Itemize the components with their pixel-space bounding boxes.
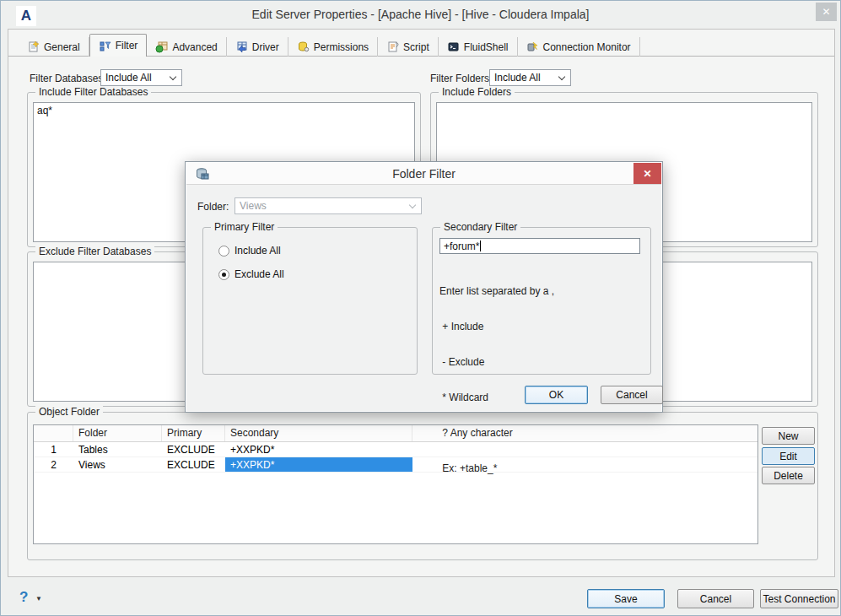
tab-general[interactable]: General	[19, 37, 89, 57]
connection-monitor-icon	[526, 41, 539, 53]
driver-icon	[235, 41, 248, 53]
header-folder: Folder	[73, 425, 162, 441]
tab-label: Connection Monitor	[543, 41, 631, 53]
cell-secondary[interactable]: +XXPKD*	[225, 442, 412, 457]
cell-row-number: 1	[34, 442, 73, 457]
new-button[interactable]: New	[762, 427, 815, 445]
folder-combobox[interactable]: Views	[235, 197, 422, 214]
table-row[interactable]: 1 Tables EXCLUDE +XXPKD*	[34, 442, 757, 457]
primary-filter-group: Primary Filter Include All Exclude All	[202, 227, 418, 375]
text-cursor	[480, 240, 481, 251]
table-header-row: Folder Primary Secondary	[34, 425, 757, 442]
radio-label: Include All	[235, 245, 281, 257]
test-connection-button[interactable]: Test Connection	[760, 589, 838, 608]
tabstrip: General Filter Advanced Driver Permissio…	[19, 34, 640, 57]
folder-filter-dialog: Folder Filter ✕ Folder: Views Primary Fi…	[185, 161, 663, 413]
header-primary: Primary	[162, 425, 225, 441]
dialog-titlebar: Folder Filter ✕	[186, 163, 661, 185]
group-label: Exclude Filter Databases	[35, 246, 154, 257]
group-label: Object Folder	[35, 406, 103, 418]
help-line: + Include	[439, 321, 554, 332]
chevron-down-icon	[170, 73, 176, 79]
radio-label: Exclude All	[235, 268, 284, 280]
header-row-number	[34, 425, 73, 441]
help-line: Ex: +table_*	[439, 462, 554, 474]
tab-advanced[interactable]: Advanced	[147, 37, 226, 57]
radio-unchecked-icon[interactable]	[218, 246, 229, 257]
tab-filter[interactable]: Filter	[89, 34, 148, 57]
tab-label: Advanced	[172, 41, 217, 53]
cell-primary[interactable]: EXCLUDE	[162, 457, 225, 472]
tab-script[interactable]: Script	[378, 37, 439, 57]
ok-button[interactable]: OK	[525, 386, 588, 404]
folder-label: Folder:	[197, 201, 229, 213]
edit-server-properties-window: A Edit Server Properties - [Apache Hive]…	[0, 0, 841, 616]
object-folder-group: Object Folder Folder Primary Secondary 1…	[27, 412, 818, 560]
object-folder-table[interactable]: Folder Primary Secondary 1 Tables EXCLUD…	[33, 424, 758, 544]
permissions-icon	[297, 41, 310, 53]
filter-icon	[99, 40, 111, 52]
delete-button[interactable]: Delete	[762, 467, 815, 484]
window-titlebar: A Edit Server Properties - [Apache Hive]…	[1, 1, 840, 28]
exclude-all-radio-row[interactable]: Exclude All	[218, 268, 284, 280]
help-line: - Exclude	[439, 356, 554, 368]
tab-connection-monitor[interactable]: Connection Monitor	[518, 37, 640, 57]
help-button[interactable]: ?	[19, 589, 28, 606]
tab-label: Script	[403, 41, 429, 53]
group-label: Primary Filter	[211, 221, 278, 233]
filter-databases-value: Include All	[105, 72, 152, 84]
folder-value: Views	[240, 200, 267, 212]
app-logo-icon: A	[16, 6, 36, 26]
filter-folders-label: Filter Folders:	[430, 73, 492, 84]
chevron-down-icon	[558, 73, 565, 79]
tab-label: Filter	[116, 40, 138, 51]
help-caret-icon[interactable]: ▼	[35, 595, 42, 602]
group-label: Secondary Filter	[440, 221, 520, 233]
filter-folders-combobox[interactable]: Include All	[489, 69, 571, 86]
chevron-down-icon	[409, 201, 416, 208]
window-close-button[interactable]: ✕	[816, 3, 837, 21]
dialog-title: Folder Filter	[186, 167, 661, 181]
tab-label: General	[44, 41, 80, 53]
dialog-cancel-button[interactable]: Cancel	[601, 386, 663, 404]
advanced-icon	[155, 41, 168, 53]
cell-secondary-selected[interactable]: +XXPKD*	[225, 457, 412, 472]
cell-folder[interactable]: Tables	[73, 442, 162, 457]
secondary-filter-group: Secondary Filter +forum* Enter list sepa…	[432, 227, 651, 375]
secondary-filter-value: +forum*	[444, 240, 479, 252]
secondary-filter-help: Enter list separated by a , + Include - …	[439, 262, 554, 498]
filter-folders-value: Include All	[494, 72, 541, 84]
tab-label: Permissions	[314, 41, 369, 53]
cancel-button[interactable]: Cancel	[677, 589, 754, 608]
filter-databases-label: Filter Databases	[30, 73, 103, 84]
group-label: Include Folders	[439, 86, 515, 98]
header-secondary: Secondary	[225, 425, 412, 441]
save-button[interactable]: Save	[587, 589, 665, 608]
edit-button[interactable]: Edit	[762, 447, 815, 465]
tab-label: Driver	[252, 41, 279, 53]
tab-driver[interactable]: Driver	[227, 37, 288, 57]
secondary-filter-input[interactable]: +forum*	[439, 238, 640, 254]
cell-folder[interactable]: Views	[73, 457, 162, 472]
radio-checked-icon[interactable]	[218, 269, 229, 280]
window-title: Edit Server Properties - [Apache Hive] -…	[51, 8, 790, 21]
script-icon	[386, 41, 399, 53]
tab-permissions[interactable]: Permissions	[288, 37, 378, 57]
help-line: Enter list separated by a ,	[439, 285, 554, 297]
group-label: Include Filter Databases	[35, 86, 151, 98]
help-line: ? Any character	[439, 427, 554, 439]
cell-row-number: 2	[34, 457, 73, 472]
filter-databases-combobox[interactable]: Include All	[100, 69, 182, 86]
cell-primary[interactable]: EXCLUDE	[162, 442, 225, 457]
general-icon	[27, 41, 40, 53]
include-all-radio-row[interactable]: Include All	[218, 245, 281, 257]
tab-fluidshell[interactable]: FluidShell	[439, 37, 518, 57]
table-row[interactable]: 2 Views EXCLUDE +XXPKD*	[34, 457, 757, 473]
tab-label: FluidShell	[464, 41, 509, 53]
fluidshell-icon	[447, 41, 460, 53]
dialog-close-button[interactable]: ✕	[633, 163, 661, 184]
